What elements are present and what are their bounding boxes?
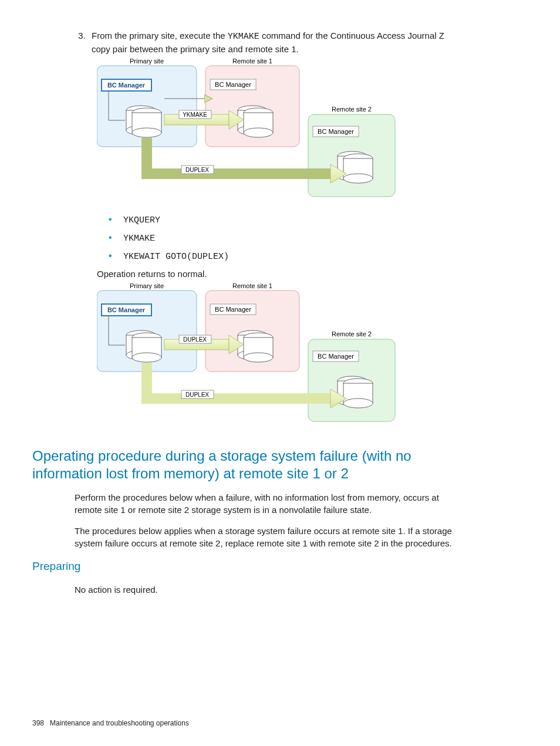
svg-text:DUPLEX: DUPLEX xyxy=(183,336,207,343)
command-text: YKQUERY xyxy=(123,215,160,225)
svg-text:BC Manager: BC Manager xyxy=(107,306,146,313)
command-list: YKQUERY YKMAKE YKEWAIT GOTO(DUPLEX) xyxy=(97,213,463,263)
svg-point-19 xyxy=(244,128,273,137)
svg-point-57 xyxy=(244,353,273,362)
section-heading: Operating procedure during a storage sys… xyxy=(32,447,463,482)
step-prefix: From the primary site, execute the xyxy=(92,31,228,40)
svg-text:BC Manager: BC Manager xyxy=(215,81,251,88)
section-paragraph-1: Perform the procedures below when a fail… xyxy=(75,491,463,516)
svg-text:BC Manager: BC Manager xyxy=(318,353,354,360)
svg-text:DUPLEX: DUPLEX xyxy=(185,391,209,398)
svg-text:Remote site 2: Remote site 2 xyxy=(332,330,372,337)
procedure-list: From the primary site, execute the YKMAK… xyxy=(88,29,463,55)
svg-text:DUPLEX: DUPLEX xyxy=(185,167,209,173)
subsection-body: No action is required. xyxy=(75,583,463,596)
step-command: YKMAKE xyxy=(228,32,259,42)
svg-text:BC Manager: BC Manager xyxy=(318,128,354,135)
command-item: YKMAKE xyxy=(97,231,463,245)
diagram-1: Primary site BC Manager Remote site 1 BC… xyxy=(97,59,463,208)
svg-point-29 xyxy=(343,174,373,183)
svg-text:BC Manager: BC Manager xyxy=(215,306,251,313)
command-text: YKEWAIT GOTO(DUPLEX) xyxy=(123,252,229,262)
svg-text:Remote site 2: Remote site 2 xyxy=(332,106,372,113)
svg-point-67 xyxy=(343,399,373,408)
diagram-2: Primary site BC Manager Remote site 1 BC… xyxy=(97,283,463,433)
svg-point-9 xyxy=(132,128,161,137)
svg-text:Remote site 1: Remote site 1 xyxy=(232,283,272,289)
svg-text:YKMAKE: YKMAKE xyxy=(183,112,207,118)
procedure-step-3: From the primary site, execute the YKMAK… xyxy=(88,29,463,55)
subsection-heading: Preparing xyxy=(32,559,463,575)
command-item: YKQUERY xyxy=(97,213,463,227)
section-paragraph-2: The procedures below applies when a stor… xyxy=(75,525,463,549)
command-text: YKMAKE xyxy=(123,234,155,244)
svg-text:BC Manager: BC Manager xyxy=(107,82,146,89)
svg-text:Remote site 1: Remote site 1 xyxy=(232,59,272,65)
svg-text:Primary site: Primary site xyxy=(130,59,164,65)
svg-point-47 xyxy=(132,353,161,362)
svg-text:Primary site: Primary site xyxy=(130,283,164,289)
return-text: Operation returns to normal. xyxy=(97,268,463,280)
command-item: YKEWAIT GOTO(DUPLEX) xyxy=(97,249,463,263)
